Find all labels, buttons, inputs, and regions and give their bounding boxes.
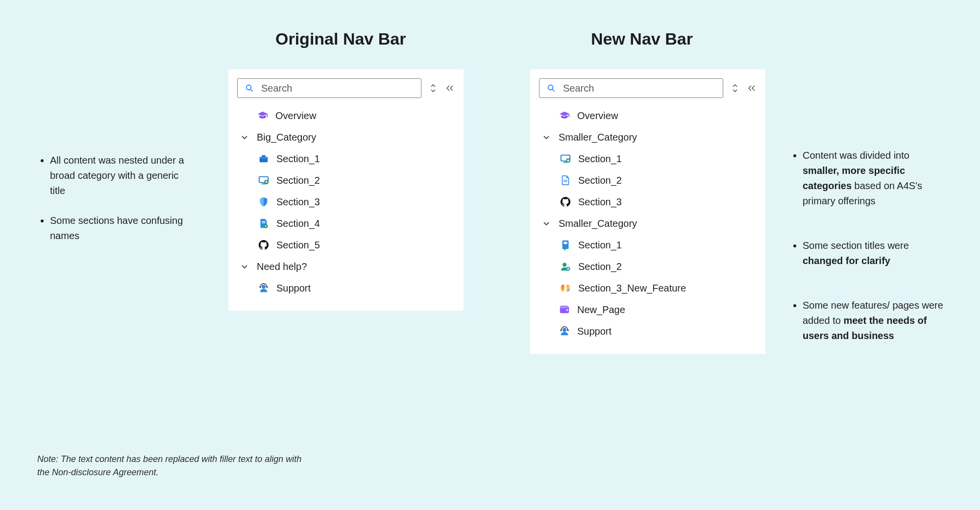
nav-item-c2-section-3-new-feature[interactable]: Section_3_New_Feature bbox=[539, 277, 757, 299]
svg-line-1 bbox=[250, 89, 253, 92]
collapse-icon[interactable] bbox=[747, 83, 757, 93]
svg-point-30 bbox=[563, 328, 566, 332]
book-icon bbox=[560, 239, 571, 251]
graduation-cap-icon bbox=[559, 110, 570, 121]
nav-label: Section_2 bbox=[276, 175, 320, 186]
nav-item-support[interactable]: Support bbox=[237, 277, 455, 299]
svg-rect-32 bbox=[567, 329, 568, 331]
briefcase-icon bbox=[258, 153, 270, 165]
monitor-add-icon bbox=[560, 153, 571, 165]
nav-item-section-5[interactable]: Section_5 bbox=[237, 234, 455, 256]
nav-item-c1-section-3[interactable]: Section_3 bbox=[539, 191, 757, 213]
sort-icon[interactable] bbox=[730, 83, 740, 93]
shield-icon bbox=[258, 196, 270, 208]
svg-rect-22 bbox=[563, 241, 569, 249]
nav-label: Section_2 bbox=[578, 261, 622, 272]
nav-label: Support bbox=[276, 283, 311, 294]
search-input[interactable] bbox=[261, 83, 415, 94]
github-icon bbox=[560, 196, 571, 208]
svg-rect-23 bbox=[564, 242, 567, 244]
nav-label: Section_2 bbox=[578, 175, 622, 186]
svg-point-0 bbox=[246, 85, 251, 90]
nav-label: Section_1 bbox=[276, 153, 320, 165]
new-title: New Nav Bar bbox=[591, 29, 693, 49]
svg-line-16 bbox=[552, 89, 555, 92]
svg-rect-9 bbox=[262, 222, 265, 223]
copilot-icon bbox=[560, 282, 571, 294]
new-nav: Overview Smaller_Category Section_1 Sec bbox=[530, 70, 765, 354]
svg-point-29 bbox=[566, 309, 568, 311]
nav-label: Smaller_Category bbox=[559, 132, 637, 143]
search-box[interactable] bbox=[539, 78, 723, 98]
right-note-1: Content was divided into smaller, more s… bbox=[803, 148, 947, 209]
nav-item-c2-section-1[interactable]: Section_1 bbox=[539, 234, 757, 256]
nav-item-overview[interactable]: Overview bbox=[237, 105, 455, 126]
nav-item-smaller-category-1[interactable]: Smaller_Category bbox=[539, 126, 757, 148]
svg-rect-21 bbox=[564, 181, 567, 182]
nav-item-smaller-category-2[interactable]: Smaller_Category bbox=[539, 213, 757, 234]
sort-icon[interactable] bbox=[428, 83, 438, 93]
nav-label: Section_3 bbox=[578, 196, 622, 208]
user-add-icon bbox=[560, 261, 571, 272]
chevron-down-icon bbox=[541, 133, 552, 141]
svg-point-11 bbox=[265, 225, 267, 227]
nav-label: Overview bbox=[275, 110, 316, 121]
nav-item-support[interactable]: Support bbox=[539, 320, 757, 342]
svg-rect-13 bbox=[260, 286, 261, 288]
left-notes: All content was nested under a broad cat… bbox=[37, 153, 194, 243]
chevron-down-icon bbox=[239, 263, 250, 270]
chevron-down-icon bbox=[541, 219, 552, 227]
nav-item-big-category[interactable]: Big_Category bbox=[237, 126, 455, 148]
nav-label: Section_3_New_Feature bbox=[578, 283, 686, 294]
svg-rect-28 bbox=[560, 306, 568, 309]
nav-label: Section_1 bbox=[578, 240, 622, 251]
nav-item-c1-section-1[interactable]: Section_1 bbox=[539, 148, 757, 170]
nav-label: Section_1 bbox=[578, 153, 622, 165]
nav-item-section-4[interactable]: Section_4 bbox=[237, 213, 455, 234]
search-icon bbox=[244, 82, 255, 94]
monitor-download-icon bbox=[258, 174, 270, 186]
nav-label: Section_3 bbox=[276, 196, 320, 208]
nav-item-overview[interactable]: Overview bbox=[539, 105, 757, 126]
nav-label: Section_5 bbox=[276, 240, 320, 251]
svg-point-25 bbox=[563, 263, 566, 267]
svg-point-12 bbox=[262, 285, 266, 289]
nav-label: Smaller_Category bbox=[559, 218, 637, 229]
nav-label: Overview bbox=[577, 110, 618, 121]
footnote: Note: The text content has been replaced… bbox=[37, 453, 312, 479]
nav-item-section-1[interactable]: Section_1 bbox=[237, 148, 455, 170]
wallet-icon bbox=[559, 304, 570, 316]
support-headset-icon bbox=[258, 282, 270, 294]
right-note-2: Some section titles were changed for cla… bbox=[803, 238, 947, 268]
nav-label: New_Page bbox=[577, 304, 625, 316]
svg-rect-20 bbox=[564, 180, 567, 180]
nav-item-c2-section-2[interactable]: Section_2 bbox=[539, 256, 757, 277]
svg-rect-4 bbox=[262, 155, 265, 157]
collapse-icon[interactable] bbox=[445, 83, 455, 93]
chevron-down-icon bbox=[239, 133, 250, 141]
svg-rect-8 bbox=[262, 221, 265, 221]
left-note-1: All content was nested under a broad cat… bbox=[50, 153, 194, 198]
file-gear-icon bbox=[258, 218, 270, 229]
nav-label: Need help? bbox=[257, 261, 307, 272]
left-note-2: Some sections have confusing names bbox=[50, 213, 194, 243]
graduation-cap-icon bbox=[257, 110, 269, 121]
nav-item-section-3[interactable]: Section_3 bbox=[237, 191, 455, 213]
nav-item-section-2[interactable]: Section_2 bbox=[237, 170, 455, 191]
original-title: Original Nav Bar bbox=[275, 29, 406, 49]
svg-rect-31 bbox=[561, 329, 562, 331]
nav-item-need-help[interactable]: Need help? bbox=[237, 256, 455, 277]
nav-item-c1-section-2[interactable]: Section_2 bbox=[539, 170, 757, 191]
right-note-3: Some new features/ pages were added to m… bbox=[803, 298, 947, 343]
svg-rect-14 bbox=[267, 286, 268, 288]
search-input[interactable] bbox=[563, 83, 717, 94]
nav-label: Support bbox=[577, 326, 612, 337]
svg-rect-3 bbox=[260, 157, 268, 159]
svg-point-15 bbox=[548, 85, 553, 90]
file-icon bbox=[560, 174, 571, 186]
nav-label: Section_4 bbox=[276, 218, 320, 229]
search-box[interactable] bbox=[237, 78, 421, 98]
svg-rect-24 bbox=[564, 248, 565, 250]
nav-item-new-page[interactable]: New_Page bbox=[539, 299, 757, 320]
search-icon bbox=[545, 82, 557, 94]
